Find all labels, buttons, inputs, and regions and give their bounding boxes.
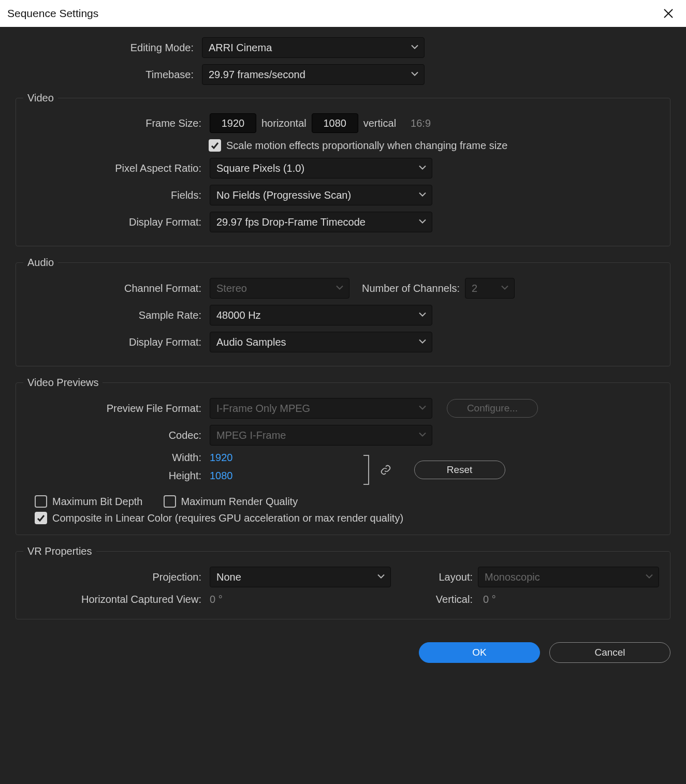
editing-mode-value: ARRI Cinema — [209, 42, 272, 54]
num-channels-select: 2 — [465, 278, 515, 299]
chevron-down-icon — [418, 216, 427, 228]
preview-file-format-value: I-Frame Only MPEG — [216, 403, 310, 415]
cancel-button[interactable]: Cancel — [549, 642, 670, 663]
vr-legend: VR Properties — [23, 545, 96, 557]
scale-motion-label: Scale motion effects proportionally when… — [226, 140, 507, 152]
channel-format-label: Channel Format: — [23, 283, 205, 294]
preview-height-label: Height: — [23, 470, 205, 482]
timebase-select[interactable]: 29.97 frames/second — [202, 64, 425, 85]
composite-linear-checkbox[interactable] — [35, 512, 47, 524]
audio-displayformat-select[interactable]: Audio Samples — [210, 332, 432, 352]
max-bit-depth-label: Maximum Bit Depth — [52, 496, 143, 508]
link-bracket-icon — [362, 454, 373, 485]
layout-select: Monoscopic — [478, 567, 659, 587]
chevron-down-icon — [501, 283, 509, 294]
ok-button[interactable]: OK — [419, 642, 540, 663]
video-previews-legend: Video Previews — [23, 377, 103, 389]
chevron-down-icon — [335, 283, 344, 294]
frame-width-input[interactable] — [210, 113, 256, 133]
aspect-ratio-text: 16:9 — [411, 117, 431, 129]
timebase-label: Timebase: — [16, 69, 197, 81]
vert-view-value: 0 ° — [483, 594, 496, 605]
video-displayformat-label: Display Format: — [23, 216, 205, 228]
sample-rate-label: Sample Rate: — [23, 309, 205, 321]
fields-label: Fields: — [23, 189, 205, 201]
audio-displayformat-value: Audio Samples — [216, 336, 286, 348]
link-icon[interactable] — [380, 464, 391, 476]
vertical-label: vertical — [363, 117, 396, 129]
chevron-down-icon — [418, 430, 427, 441]
audio-displayformat-label: Display Format: — [23, 336, 205, 348]
sample-rate-select[interactable]: 48000 Hz — [210, 305, 432, 326]
chevron-down-icon — [645, 571, 653, 583]
channel-format-value: Stereo — [216, 283, 247, 294]
editing-mode-select[interactable]: ARRI Cinema — [202, 37, 425, 58]
dialog-title: Sequence Settings — [7, 7, 658, 20]
reset-button[interactable]: Reset — [414, 461, 505, 479]
check-icon — [211, 141, 219, 150]
max-render-quality-label: Maximum Render Quality — [181, 496, 298, 508]
pixel-aspect-value: Square Pixels (1.0) — [216, 162, 304, 174]
video-group: Video Frame Size: horizontal vertical 16… — [16, 92, 670, 246]
vr-group: VR Properties Projection: None Layout: M… — [16, 545, 670, 619]
chevron-down-icon — [418, 309, 427, 321]
audio-group: Audio Channel Format: Stereo Number of C… — [16, 257, 670, 366]
editing-mode-label: Editing Mode: — [16, 42, 197, 54]
preview-width-value[interactable]: 1920 — [210, 452, 233, 464]
codec-select: MPEG I-Frame — [210, 425, 432, 446]
timebase-value: 29.97 frames/second — [209, 69, 305, 81]
preview-width-label: Width: — [23, 452, 205, 464]
layout-label: Layout: — [396, 571, 473, 583]
codec-label: Codec: — [23, 430, 205, 441]
preview-file-format-label: Preview File Format: — [23, 403, 205, 415]
horiz-view-label: Horizontal Captured View: — [23, 594, 205, 605]
video-legend: Video — [23, 92, 58, 104]
chevron-down-icon — [418, 403, 427, 415]
num-channels-label: Number of Channels: — [362, 283, 460, 294]
sequence-settings-dialog: Sequence Settings Editing Mode: ARRI Cin… — [0, 0, 686, 675]
preview-height-value[interactable]: 1080 — [210, 470, 233, 482]
horiz-view-value: 0 ° — [210, 594, 391, 605]
check-icon — [37, 514, 45, 522]
chevron-down-icon — [411, 69, 419, 81]
frame-size-label: Frame Size: — [23, 117, 205, 129]
fields-value: No Fields (Progressive Scan) — [216, 189, 351, 201]
channel-format-select: Stereo — [210, 278, 349, 299]
scale-motion-checkbox[interactable] — [209, 139, 221, 152]
layout-value: Monoscopic — [485, 571, 540, 583]
audio-legend: Audio — [23, 257, 58, 269]
projection-label: Projection: — [23, 571, 205, 583]
titlebar: Sequence Settings — [0, 0, 686, 27]
max-render-quality-checkbox[interactable] — [164, 495, 176, 508]
frame-height-input[interactable] — [312, 113, 358, 133]
chevron-down-icon — [418, 162, 427, 174]
horizontal-label: horizontal — [261, 117, 306, 129]
projection-value: None — [216, 571, 241, 583]
chevron-down-icon — [411, 42, 419, 54]
pixel-aspect-select[interactable]: Square Pixels (1.0) — [210, 158, 432, 179]
sample-rate-value: 48000 Hz — [216, 309, 261, 321]
pixel-aspect-label: Pixel Aspect Ratio: — [23, 162, 205, 174]
preview-file-format-select: I-Frame Only MPEG — [210, 398, 432, 419]
num-channels-value: 2 — [472, 283, 477, 294]
chevron-down-icon — [377, 571, 385, 583]
dialog-body: Editing Mode: ARRI Cinema Timebase: 29.9… — [0, 27, 686, 635]
max-bit-depth-checkbox[interactable] — [35, 495, 47, 508]
vert-view-label: Vertical: — [396, 594, 473, 605]
dialog-footer: OK Cancel — [0, 635, 686, 675]
video-displayformat-value: 29.97 fps Drop-Frame Timecode — [216, 216, 366, 228]
chevron-down-icon — [418, 336, 427, 348]
composite-linear-label: Composite in Linear Color (requires GPU … — [52, 512, 403, 524]
codec-value: MPEG I-Frame — [216, 430, 286, 441]
video-previews-group: Video Previews Preview File Format: I-Fr… — [16, 377, 670, 535]
close-icon — [663, 8, 674, 19]
configure-button: Configure... — [447, 399, 538, 418]
projection-select[interactable]: None — [210, 567, 391, 587]
close-button[interactable] — [658, 3, 679, 24]
fields-select[interactable]: No Fields (Progressive Scan) — [210, 185, 432, 205]
video-displayformat-select[interactable]: 29.97 fps Drop-Frame Timecode — [210, 212, 432, 232]
chevron-down-icon — [418, 189, 427, 201]
